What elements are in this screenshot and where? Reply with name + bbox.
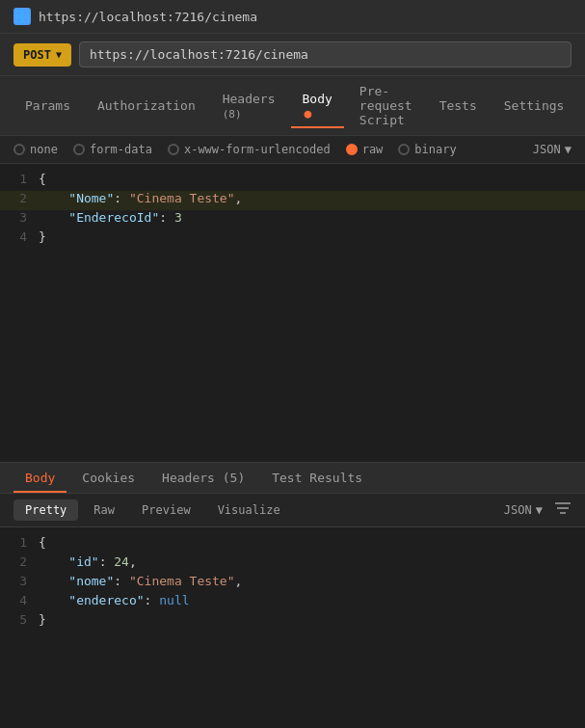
tab-params[interactable]: Params — [13, 91, 82, 121]
tab-authorization[interactable]: Authorization — [86, 91, 207, 121]
tab-pre-request[interactable]: Pre-request Script — [348, 76, 424, 135]
radio-urlencoded — [168, 144, 179, 155]
resp-line-content-3: "nome": "Cinema Teste", — [39, 574, 585, 588]
line-number-1: 1 — [0, 172, 39, 186]
method-dropdown-arrow: ▼ — [56, 49, 62, 60]
svg-rect-3 — [23, 17, 28, 22]
line-number-4: 4 — [0, 229, 39, 244]
code-line-2: 2 "Nome": "Cinema Teste", — [0, 191, 585, 210]
option-binary[interactable]: binary — [398, 143, 456, 156]
fmt-preview[interactable]: Preview — [130, 499, 202, 521]
line-number-3: 3 — [0, 210, 39, 225]
option-urlencoded[interactable]: x-www-form-urlencoded — [168, 143, 331, 156]
method-button[interactable]: POST ▼ — [13, 43, 71, 67]
fmt-visualize[interactable]: Visualize — [206, 499, 292, 521]
resp-line-num-1: 1 — [0, 535, 39, 550]
line-content-2: "Nome": "Cinema Teste", — [39, 191, 585, 205]
svg-rect-0 — [16, 11, 21, 15]
url-input[interactable] — [79, 41, 572, 67]
resp-json-arrow: ▼ — [536, 503, 543, 517]
json-type-selector[interactable]: JSON ▼ — [533, 143, 572, 156]
tab-tests[interactable]: Tests — [428, 91, 489, 121]
resp-code-line-5: 5 } — [0, 612, 585, 632]
resp-tab-headers[interactable]: Headers (5) — [150, 463, 256, 493]
radio-none — [13, 144, 25, 155]
resp-code-line-4: 4 "endereco": null — [0, 593, 585, 612]
resp-tab-cookies[interactable]: Cookies — [70, 463, 146, 493]
tab-settings[interactable]: Settings — [492, 91, 576, 121]
resp-line-content-1: { — [39, 535, 585, 550]
method-label: POST — [23, 48, 51, 62]
line-number-2: 2 — [0, 191, 39, 205]
body-options-bar: none form-data x-www-form-urlencoded raw… — [0, 136, 585, 164]
resp-tab-body[interactable]: Body — [13, 463, 66, 493]
radio-raw — [346, 144, 358, 155]
radio-form-data — [73, 144, 85, 155]
resp-line-content-2: "id": 24, — [39, 554, 585, 569]
line-content-4: } — [39, 229, 585, 244]
code-line-4: 4 } — [0, 229, 585, 249]
resp-line-content-5: } — [39, 612, 585, 627]
resp-json-selector[interactable]: JSON ▼ — [504, 503, 543, 517]
format-bar: Pretty Raw Preview Visualize JSON ▼ — [0, 494, 585, 527]
option-raw[interactable]: raw — [346, 143, 384, 156]
option-form-data[interactable]: form-data — [73, 143, 152, 156]
title-url: https://localhost:7216/cinema — [39, 10, 257, 24]
resp-line-content-4: "endereco": null — [39, 593, 585, 607]
title-bar: https://localhost:7216/cinema — [0, 0, 585, 34]
response-code-area: 1 { 2 "id": 24, 3 "nome": "Cinema Teste"… — [0, 527, 585, 639]
code-line-1: 1 { — [0, 172, 585, 191]
resp-code-line-2: 2 "id": 24, — [0, 554, 585, 574]
app-icon — [13, 8, 31, 25]
resp-tab-test-results[interactable]: Test Results — [260, 463, 374, 493]
body-dot: ● — [305, 106, 312, 121]
tab-body[interactable]: Body ● — [291, 84, 344, 128]
svg-rect-2 — [16, 17, 21, 22]
resp-code-line-1: 1 { — [0, 535, 585, 554]
svg-rect-1 — [23, 11, 28, 15]
fmt-pretty[interactable]: Pretty — [13, 499, 78, 521]
request-body-editor[interactable]: 1 { 2 "Nome": "Cinema Teste", 3 "Enderec… — [0, 164, 585, 463]
tab-headers[interactable]: Headers (8) — [211, 84, 287, 128]
line-content-1: { — [39, 172, 585, 186]
code-line-3: 3 "EnderecoId": 3 — [0, 210, 585, 229]
response-tabs: Body Cookies Headers (5) Test Results — [0, 463, 585, 494]
fmt-raw[interactable]: Raw — [82, 499, 126, 521]
line-content-3: "EnderecoId": 3 — [39, 210, 585, 225]
resp-line-num-3: 3 — [0, 574, 39, 588]
option-none[interactable]: none — [13, 143, 58, 156]
request-tabs: Params Authorization Headers (8) Body ● … — [0, 76, 585, 136]
json-dropdown-arrow: ▼ — [565, 143, 572, 156]
url-bar: POST ▼ — [0, 34, 585, 76]
resp-code-line-3: 3 "nome": "Cinema Teste", — [0, 574, 585, 593]
radio-binary — [398, 144, 410, 155]
resp-line-num-4: 4 — [0, 593, 39, 607]
resp-line-num-5: 5 — [0, 612, 39, 627]
filter-icon[interactable] — [554, 500, 572, 520]
resp-line-num-2: 2 — [0, 554, 39, 569]
response-area: Body Cookies Headers (5) Test Results Pr… — [0, 463, 585, 639]
